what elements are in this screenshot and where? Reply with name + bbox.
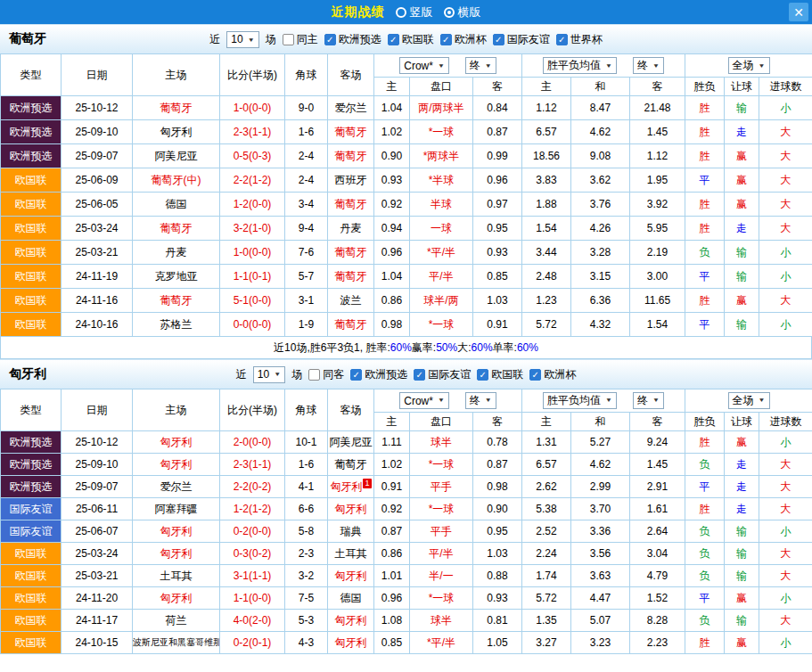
away-team-cell: 葡萄牙 [328, 120, 374, 144]
table-row: 欧洲预选25-10-12匈牙利2-0(0-0)10-1阿美尼亚1.11球半0.7… [1, 431, 812, 454]
away-team-cell: 匈牙利 [328, 632, 374, 654]
chevron-down-icon: ▼ [605, 397, 612, 404]
match-date-cell: 25-06-09 [62, 168, 133, 193]
competition-checkbox-3[interactable]: 国际友谊 [493, 32, 550, 47]
radio-horizontal-icon[interactable] [444, 7, 455, 18]
close-icon[interactable]: ✕ [789, 3, 808, 21]
scope-select[interactable]: 全场▼ [728, 392, 770, 409]
radio-vertical-icon[interactable] [396, 7, 406, 18]
odds-stage-select[interactable]: 终▼ [465, 392, 496, 409]
away-team-cell: 葡萄牙 [328, 144, 374, 168]
avg-lose-cell: 21.48 [630, 96, 685, 120]
result-goals-cell: 大 [759, 168, 812, 193]
handicap-cell: 球半/两 [410, 289, 473, 313]
away-odds-cell: 0.85 [473, 265, 522, 289]
recent-count-select[interactable]: 10▼ [226, 31, 258, 48]
checkbox-icon[interactable] [324, 34, 336, 45]
checkbox-icon[interactable] [529, 369, 541, 381]
avg-draw-cell: 4.62 [571, 454, 630, 476]
result-handicap-cell: 输 [725, 265, 759, 289]
avg-select[interactable]: 胜平负均值▼ [543, 392, 617, 409]
home-team-cell: 德国 [133, 193, 220, 217]
checkbox-icon[interactable] [414, 369, 425, 381]
corners-cell: 4-1 [285, 476, 328, 498]
same-venue-checkbox[interactable]: 同主 [283, 32, 318, 47]
result-goals-cell: 小 [759, 241, 812, 265]
result-handicap-cell: 赢 [725, 168, 759, 193]
avg-lose-cell: 3.00 [630, 265, 685, 289]
result-goals-cell: 小 [759, 96, 812, 120]
home-odds-cell: 0.93 [374, 168, 410, 193]
checkbox-icon[interactable] [350, 369, 362, 381]
home-odds-cell: 0.92 [374, 498, 410, 520]
competition-checkbox-1[interactable]: 国际友谊 [414, 367, 471, 382]
result-handicap-cell: 输 [725, 610, 759, 632]
layout-vertical-option[interactable]: 竖版 [396, 4, 433, 20]
home-odds-cell: 1.01 [374, 565, 410, 587]
result-wdl-cell: 胜 [685, 144, 725, 168]
competition-checkbox-2[interactable]: 欧国联 [477, 367, 523, 382]
table-row: 欧国联24-11-20匈牙利1-1(0-0)7-5德国0.96*一球0.935.… [1, 587, 812, 610]
table-row: 欧国联25-03-24葡萄牙3-2(1-0)9-4丹麦0.94一球0.951.5… [1, 217, 812, 241]
checkbox-icon[interactable] [440, 34, 452, 45]
handicap-cell: 半/一 [410, 565, 473, 587]
corners-cell: 2-4 [285, 144, 328, 168]
home-odds-cell: 0.85 [374, 632, 410, 654]
corners-cell: 5-3 [285, 610, 328, 632]
result-goals-cell: 大 [759, 217, 812, 241]
competition-checkbox-2[interactable]: 欧洲杯 [440, 32, 487, 47]
scope-select[interactable]: 全场▼ [728, 57, 770, 74]
avg-win-cell: 1.54 [522, 217, 571, 241]
avg-stage-select[interactable]: 终▼ [633, 392, 664, 409]
competition-checkbox-1[interactable]: 欧国联 [388, 32, 434, 47]
corners-cell: 7-5 [285, 587, 328, 610]
away-odds-cell: 0.88 [473, 565, 522, 587]
competition-checkbox-0[interactable]: 欧洲预选 [324, 32, 381, 47]
result-handicap-cell: 输 [725, 241, 759, 265]
result-handicap-cell: 赢 [725, 144, 759, 168]
layout-horizontal-option[interactable]: 横版 [444, 4, 481, 20]
corners-cell: 3-4 [285, 193, 328, 217]
bookmaker-select[interactable]: Crow*▼ [399, 392, 449, 409]
checkbox-icon[interactable] [283, 34, 294, 45]
column-header: 客场 [328, 389, 374, 431]
competition-checkbox-0[interactable]: 欧洲预选 [350, 367, 407, 382]
checkbox-icon[interactable] [308, 369, 320, 381]
table-row: 欧国联25-06-09葡萄牙(中)2-2(1-2)2-4西班牙0.93*半球0.… [1, 168, 812, 193]
result-wdl-cell: 负 [685, 610, 725, 632]
competition-checkbox-3[interactable]: 欧洲杯 [529, 367, 576, 382]
corners-cell: 7-6 [285, 241, 328, 265]
handicap-cell: *一球 [410, 454, 473, 476]
away-team-cell: 瑞典 [328, 520, 374, 543]
corners-cell: 9-4 [285, 217, 328, 241]
avg-select[interactable]: 胜平负均值▼ [543, 57, 617, 74]
result-goals-cell: 大 [759, 289, 812, 313]
competition-type-cell: 欧国联 [1, 168, 62, 193]
same-venue-checkbox[interactable]: 同客 [308, 367, 344, 382]
checkbox-icon[interactable] [388, 34, 399, 45]
handicap-cell: *平/半 [410, 632, 473, 654]
competition-type-cell: 欧国联 [1, 313, 62, 337]
column-header: 客 [473, 78, 522, 96]
checkbox-icon[interactable] [556, 34, 568, 45]
away-odds-cell: 0.91 [473, 313, 522, 337]
match-date-cell: 25-09-07 [62, 144, 133, 168]
bookmaker-select[interactable]: Crow*▼ [399, 57, 449, 74]
handicap-cell: 平/半 [410, 543, 473, 565]
avg-stage-select[interactable]: 终▼ [633, 57, 664, 74]
result-handicap-cell: 输 [725, 96, 759, 120]
competition-checkbox-4[interactable]: 世界杯 [556, 32, 603, 47]
chevron-down-icon: ▼ [438, 62, 445, 69]
recent-count-select[interactable]: 10▼ [253, 366, 285, 383]
near-label: 近 [236, 367, 247, 382]
away-odds-cell: 0.78 [473, 431, 522, 454]
corners-cell: 2-3 [285, 543, 328, 565]
checkbox-icon[interactable] [477, 369, 488, 381]
checkbox-icon[interactable] [493, 34, 504, 45]
competition-type-cell: 欧国联 [1, 632, 62, 654]
column-header: 让球 [725, 78, 759, 96]
column-header: 比分(半场) [220, 389, 285, 431]
odds-stage-select[interactable]: 终▼ [465, 57, 496, 74]
avg-lose-cell: 2.19 [630, 241, 685, 265]
column-header: 比分(半场) [220, 54, 285, 96]
